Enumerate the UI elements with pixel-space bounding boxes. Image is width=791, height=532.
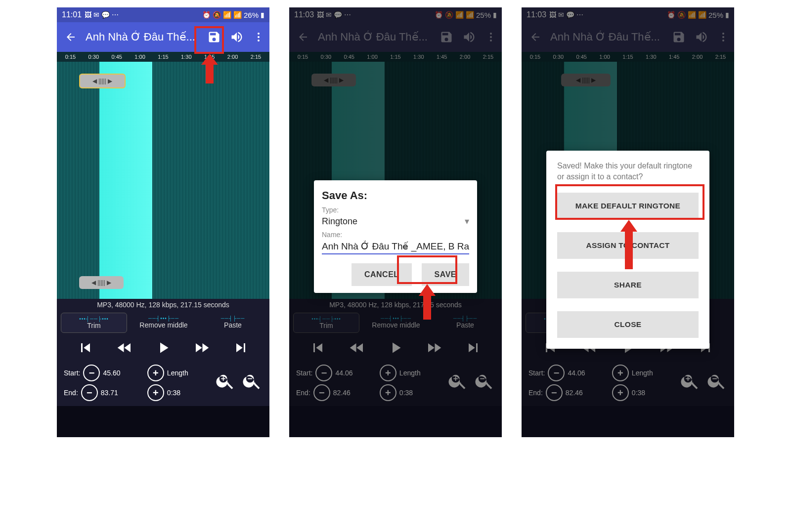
end-plus-button[interactable]: + [147,384,164,401]
skip-start-icon[interactable] [77,339,94,359]
close-button[interactable]: CLOSE [557,311,699,338]
file-info: MP3, 48000 Hz, 128 kbps, 217.15 seconds [57,299,269,311]
end-label: End: [64,389,78,397]
play-icon[interactable] [154,339,172,359]
length-value: 0:38 [167,389,180,397]
status-bar: 11:01 🖼 ✉ 💬 ⋯ ⏰ 🔕 📶 📶 26% ▮ [57,7,269,22]
status-icons-left: 🖼 ✉ 💬 ⋯ [85,11,119,19]
end-minus-button[interactable]: − [81,384,98,401]
name-input[interactable] [322,239,469,254]
svg-point-2 [258,40,260,41]
rewind-icon[interactable] [115,339,134,359]
start-minus-button[interactable]: − [83,365,100,381]
tool-remove-middle[interactable]: ──┤•••├──Remove middle [131,313,196,333]
dialog-title: Save As: [322,189,469,202]
type-label: Type: [322,206,469,214]
start-plus-button[interactable]: + [147,365,164,381]
skip-end-icon[interactable] [232,339,250,359]
type-dropdown[interactable]: Ringtone ▾ [322,214,469,229]
start-value: 45.60 [103,369,120,377]
volume-icon[interactable] [230,30,244,44]
screenshot-1: 11:01 🖼 ✉ 💬 ⋯ ⏰ 🔕 📶 📶 26% ▮ Anh Nhà Ở Đâ… [57,7,269,437]
screenshot-2: 11:03🖼 ✉ 💬 ⋯ ⏰ 🔕 📶 📶25%▮ Anh Nhà Ở Đâu T… [289,7,502,437]
zoom-in-icon[interactable] [215,370,236,395]
battery-icon: ▮ [261,11,264,19]
range-controls: Start: − 45.60 End: − 83.71 + Length + 0… [57,363,269,406]
highlight-arrow-3 [620,220,637,269]
toolbar-title: Anh Nhà Ở Đâu Thế... [86,31,198,43]
selection-handle-start[interactable]: ◀ ||||| ▶ [79,74,126,88]
saved-message: Saved! Make this your default ringtone o… [557,161,699,182]
tool-row: •••┤──├•••Trim ──┤•••├──Remove middle ──… [57,311,269,335]
svg-point-0 [258,33,260,35]
selection-handle-end[interactable]: ◀ ||||| ▶ [79,276,124,289]
highlight-arrow-1 [201,54,218,83]
waveform-display[interactable]: ◀ ||||| ▶ ◀ ||||| ▶ [57,62,269,299]
back-icon[interactable] [65,31,77,43]
highlight-make-default [555,184,704,220]
length-label: Length [167,369,188,377]
playback-controls [57,335,269,363]
svg-point-1 [258,36,260,38]
chevron-down-icon: ▾ [465,216,469,227]
screenshot-3: 11:03🖼 ✉ 💬 ⋯ ⏰ 🔕 📶 📶25%▮ Anh Nhà Ở Đâu T… [522,7,734,437]
highlight-save-button [397,255,457,284]
zoom-out-icon[interactable] [242,370,263,395]
share-button[interactable]: SHARE [557,272,699,298]
toolbar: Anh Nhà Ở Đâu Thế... [57,22,269,52]
end-value: 83.71 [101,389,118,397]
status-icons-right: ⏰ 🔕 📶 📶 [202,11,242,19]
tool-paste[interactable]: ──┤├──Paste [200,313,265,333]
name-label: Name: [322,231,469,239]
forward-icon[interactable] [192,339,212,359]
more-icon[interactable] [253,31,264,43]
time-ruler: 0:150:300:451:001:151:301:452:002:15 [57,52,269,62]
tool-trim[interactable]: •••┤──├•••Trim [61,313,127,333]
start-label: Start: [64,369,80,377]
status-time: 11:01 [62,10,82,19]
status-battery: 26% [244,11,259,19]
highlight-save-icon [194,26,224,54]
highlight-arrow-2 [419,284,436,320]
